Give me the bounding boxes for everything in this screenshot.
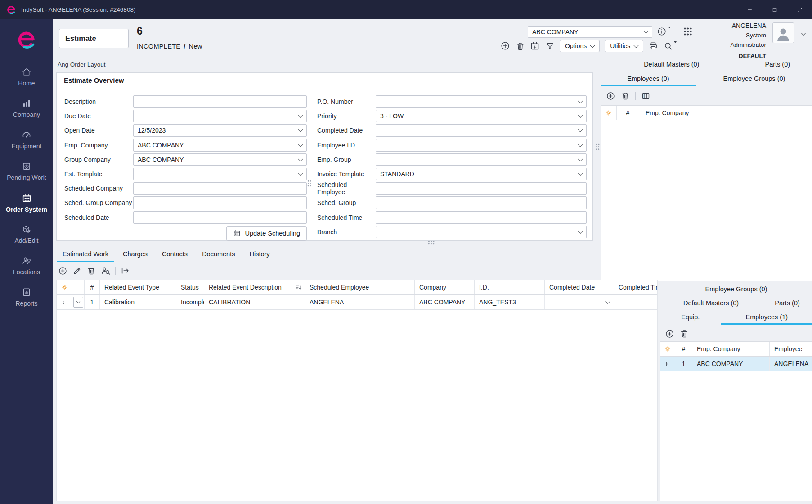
splitter-grip[interactable] (428, 241, 435, 245)
row-expander[interactable] (57, 295, 72, 309)
scheduled-time-input[interactable] (376, 211, 587, 224)
priority-combo[interactable]: 3 - LOW (376, 110, 587, 122)
column-header-related-event-type[interactable]: Related Event Type (100, 280, 176, 294)
info-button[interactable] (657, 27, 667, 36)
tab-charges[interactable]: Charges (117, 247, 153, 262)
user-menu-chevron[interactable] (800, 31, 807, 61)
sched-group-company-input[interactable] (133, 196, 307, 209)
column-header-completed-time[interactable]: Completed Time (614, 280, 657, 294)
options-column-header[interactable] (57, 280, 72, 294)
add-record-button[interactable] (500, 41, 510, 51)
open-date-combo[interactable]: 12/5/2023 (133, 124, 307, 137)
update-scheduling-button[interactable]: Update Scheduling (226, 226, 307, 241)
sidebar-item-pending-work[interactable]: Pending Work (0, 156, 53, 187)
edit-work-item-button[interactable] (72, 266, 82, 276)
tab-history[interactable]: History (244, 247, 275, 262)
tab-default-masters[interactable]: Default Masters (0) (601, 58, 743, 72)
add-work-item-button[interactable] (58, 266, 67, 276)
options-column-header[interactable] (601, 106, 617, 120)
emp-company-combo[interactable]: ABC COMPANY (133, 139, 307, 152)
sidebar-item-home[interactable]: Home (0, 61, 53, 93)
avatar[interactable] (772, 22, 794, 43)
tab-default-masters[interactable]: Default Masters (0) (660, 297, 762, 311)
scheduled-company-input[interactable] (133, 182, 307, 195)
column-header-related-event-description[interactable]: Related Event Description (204, 280, 305, 294)
chevron-down-icon (800, 31, 807, 37)
filter-button[interactable] (545, 41, 555, 51)
transfer-button[interactable] (120, 266, 130, 276)
invoice-template-combo[interactable]: STANDARD (376, 168, 587, 180)
column-header-num[interactable]: # (617, 106, 639, 120)
sidebar-item-reports[interactable]: Reports (0, 281, 53, 313)
add-employee-button[interactable] (664, 329, 674, 339)
sidebar-item-add-edit[interactable]: Add/Edit (0, 219, 53, 250)
tab-employee-groups[interactable]: Employee Groups (0) (660, 283, 812, 297)
maximize-button[interactable] (762, 0, 787, 19)
record-type-dropdown[interactable]: Estimate (59, 29, 129, 48)
user-menu[interactable]: ANGELENA System Administrator DEFAULT (709, 21, 807, 61)
tab-estimated-work[interactable]: Estimated Work (57, 247, 114, 262)
employee-lookup-button[interactable] (101, 266, 111, 276)
tab-parts[interactable]: Parts (0) (743, 58, 812, 72)
apps-menu-button[interactable] (682, 26, 693, 37)
column-header-employee[interactable]: Employee (770, 342, 812, 356)
scheduled-employee-input[interactable] (376, 182, 587, 195)
sched-group-input[interactable] (376, 196, 587, 209)
column-chooser-button[interactable] (641, 91, 650, 101)
options-column-header[interactable] (660, 342, 675, 356)
row-expander[interactable] (660, 357, 675, 371)
add-employee-button[interactable] (606, 91, 615, 101)
scheduled-date-input[interactable] (133, 211, 307, 224)
sidebar-item-order-system[interactable]: Order System (0, 187, 53, 219)
tab-equip[interactable]: Equip. (660, 311, 721, 325)
sidebar-item-equipment[interactable]: Equipment (0, 124, 53, 156)
schedule-button[interactable] (530, 41, 540, 51)
search-button[interactable] (663, 41, 673, 51)
column-header-id[interactable]: I.D. (475, 280, 545, 294)
company-selector[interactable]: ABC COMPANY (528, 26, 652, 38)
splitter-grip[interactable] (596, 143, 600, 150)
column-header-status[interactable]: Status (176, 280, 204, 294)
column-header-num[interactable]: # (675, 342, 692, 356)
delete-employee-button[interactable] (620, 91, 630, 101)
tab-parts[interactable]: Parts (0) (762, 297, 812, 311)
est-template-combo[interactable] (133, 168, 307, 180)
utilities-button[interactable]: Utilities (605, 40, 643, 52)
options-button[interactable]: Options (560, 40, 600, 52)
column-header-completed-date[interactable]: Completed Date (545, 280, 614, 294)
column-header-num[interactable]: # (85, 280, 100, 294)
sidebar-item-company[interactable]: Company (0, 93, 53, 124)
delete-work-item-button[interactable] (86, 266, 96, 276)
close-button[interactable] (787, 0, 812, 19)
completed-date-combo[interactable] (376, 124, 587, 137)
due-date-combo[interactable] (133, 110, 307, 122)
row-action-dropdown[interactable] (72, 295, 85, 309)
cell-completed-date[interactable] (545, 295, 614, 309)
tab-documents[interactable]: Documents (197, 247, 240, 262)
description-input[interactable] (133, 95, 307, 108)
column-header-company[interactable]: Company (415, 280, 475, 294)
print-button[interactable] (648, 41, 658, 51)
po-number-combo[interactable] (376, 95, 587, 108)
table-row[interactable]: 1 Calibration Incomplete CALIBRATION ANG… (57, 295, 657, 310)
minimize-button[interactable] (737, 0, 762, 19)
tab-label: Estimated Work (63, 250, 108, 258)
column-header-emp-company[interactable]: Emp. Company (639, 106, 812, 120)
delete-employee-button[interactable] (679, 329, 689, 339)
cell-text: ABC COMPANY (419, 299, 465, 306)
column-header-emp-company[interactable]: Emp. Company (692, 342, 770, 356)
field-scheduled-company: Scheduled Company (64, 181, 307, 196)
group-company-combo[interactable]: ABC COMPANY (133, 153, 307, 166)
tab-employees[interactable]: Employees (0) (601, 72, 696, 86)
branch-combo[interactable] (376, 226, 587, 238)
sidebar-item-locations[interactable]: Locations (0, 250, 53, 281)
delete-record-button[interactable] (515, 41, 525, 51)
employee-id-combo[interactable] (376, 139, 587, 152)
table-row[interactable]: 1 ABC COMPANY ANGELENA (660, 357, 812, 371)
tab-contacts[interactable]: Contacts (157, 247, 193, 262)
emp-group-combo[interactable] (376, 153, 587, 166)
splitter-grip[interactable] (307, 180, 311, 187)
column-header-scheduled-employee[interactable]: Scheduled Employee (305, 280, 415, 294)
tab-employees[interactable]: Employees (1) (721, 311, 812, 325)
tab-employee-groups[interactable]: Employee Groups (0) (696, 72, 812, 86)
